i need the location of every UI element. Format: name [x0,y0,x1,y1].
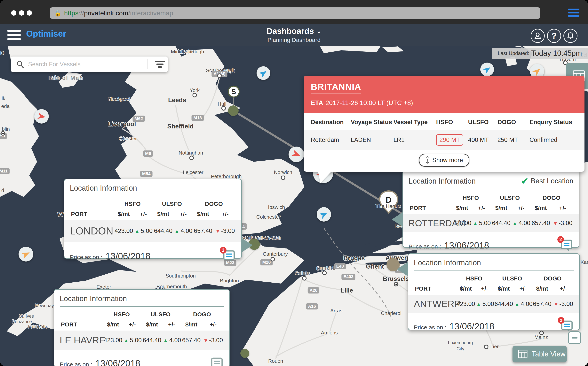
last-updated-label: Last Updated: [498,50,529,56]
road-badge: M11 [0,168,9,174]
location-card-lehavre: Location Information HSFOULSFODOGO PORT$… [54,289,230,366]
cell-voyage-status: LADEN [351,137,393,144]
price-down-icon: -3.00 [553,300,574,307]
map-city-label: Newquay [35,303,54,308]
vessel-marker-red-1[interactable] [34,109,49,123]
divider [147,59,148,69]
last-updated-value: Today 10:45pm [531,49,582,58]
city-dot [322,271,327,275]
road-badge: M18 [192,115,204,121]
vessel-name-link[interactable]: BRITANNIA [311,82,361,94]
comment-count-badge: 2 [558,317,564,324]
show-more-button[interactable]: Show more [419,154,469,167]
map-city-label: eda [1,103,9,109]
page-subtitle: Planning Dashboard [0,37,588,43]
card-title: Location Information [70,184,137,192]
help-button[interactable]: ? [547,29,561,43]
cell-destination: Rotterdam [311,137,351,144]
comment-count-badge: 2 [557,236,564,243]
city-dot [221,106,226,111]
port-name: ANTWERP [414,298,455,309]
location-card-london: Location Information HSFOULSFODOGO PORT$… [64,179,242,259]
vessel-marker-blue-2[interactable] [480,62,494,76]
city-dot [484,345,488,349]
map-city-label: Hull [218,101,227,107]
map-city-label: Sheffield [167,123,194,130]
map-city-label: lk [2,96,6,101]
comments-button[interactable]: 3 [223,250,235,262]
map-city-label: Nottingham [179,150,205,156]
table-view-button[interactable]: Table View [512,346,567,362]
filter-button[interactable] [152,56,168,72]
url-host: privatelink.com [84,9,128,17]
card-title: Location Information [408,177,476,185]
map-city-label: Isle of Man [49,75,83,81]
map-city-label: Leicester [183,169,204,175]
url-bar[interactable]: 🔒 https://privatelink.com/interactivemap [50,8,541,19]
comments-button[interactable]: 2 [560,239,573,252]
port-name: LONDON [70,225,113,237]
vessel-arrow-icon [20,249,31,260]
map-city-label: Lille [341,287,353,294]
price-up-icon: 4.00 [512,220,530,227]
vessel-marker-red-2[interactable] [289,146,304,162]
map-city-label: Rouen [268,358,283,364]
map-city-label: W [58,211,63,218]
best-location-tag: ✔Best Location [521,176,573,186]
cell-vessel-type: LR1 [393,137,436,144]
cell-hsfo-highlighted[interactable]: 290 MT [436,134,463,145]
map-city-label: Ipswich [268,204,285,210]
city-dot [281,175,285,180]
city-dot [189,156,194,160]
url-scheme: https [64,9,78,17]
map-city-label: Canterbury [263,251,288,257]
road-badge: A26 [308,287,319,293]
comments-button[interactable]: 2 [561,320,573,333]
road-badge: M54 [140,171,153,177]
vessel-arrow-icon [481,64,493,75]
vessel-marker-orange-2[interactable] [18,247,33,261]
profile-button[interactable] [531,29,545,43]
source-pin[interactable]: S [228,86,239,97]
price-up-icon: 4.00 [515,300,531,307]
map-city-label: Blackpool [108,96,130,102]
vessel-card-header: BRITANNIA ETA2017-11-26 10:00 LT (UTC +8… [304,76,585,113]
check-icon: ✔ [521,176,528,186]
map-city-label: Middlesbrough [171,49,204,55]
window-control-dot[interactable] [19,10,24,15]
vessel-marker-blue-1[interactable] [257,66,270,80]
vessel-table-header: DestinationVoyage StatusVessel TypeHSFOU… [304,113,585,130]
price-down-icon: -3.00 [214,228,236,235]
map-city-label: Exeter [96,284,111,290]
window-control-dot[interactable] [27,10,32,15]
map-city-label: Dunkirk [317,266,336,272]
cell-dogo: 250 MT [497,137,529,144]
vessel-table-row: Rotterdam LADEN LR1 290 MT 400 MT 250 MT… [304,130,585,150]
comments-button[interactable] [211,357,223,366]
map-city-label: Trier [488,343,499,350]
vessel-arrow-icon [37,112,47,121]
search-input[interactable] [28,61,145,68]
city-dot [302,276,307,281]
map-city-label: Arras [330,308,342,314]
port-marker-hull[interactable] [228,106,239,116]
port-marker-lehavre[interactable] [240,349,249,358]
map-city-label: Charleroi [381,310,401,316]
notifications-button[interactable] [564,29,578,43]
window-control-dot[interactable] [11,10,16,15]
zoom-out-button[interactable] [568,331,581,344]
card-pointer [241,238,253,252]
cell-ulsfo: 400 MT [468,137,497,144]
card-pointer [392,212,403,227]
road-badge: M62 [133,115,145,122]
url-path: /interactivemap [128,9,173,17]
city-dot [1,131,5,136]
city-dot [193,93,197,98]
land-islet [382,46,404,52]
vessel-marker-blue-3[interactable] [317,207,331,221]
dashboards-dropdown[interactable]: Dashboards ⌄ [0,26,588,36]
road-badge: E403 [341,274,355,280]
map-city-label: Bournemouth [157,283,187,290]
browser-menu-icon[interactable] [568,8,580,17]
map-city-label: St. Ives [19,313,34,319]
